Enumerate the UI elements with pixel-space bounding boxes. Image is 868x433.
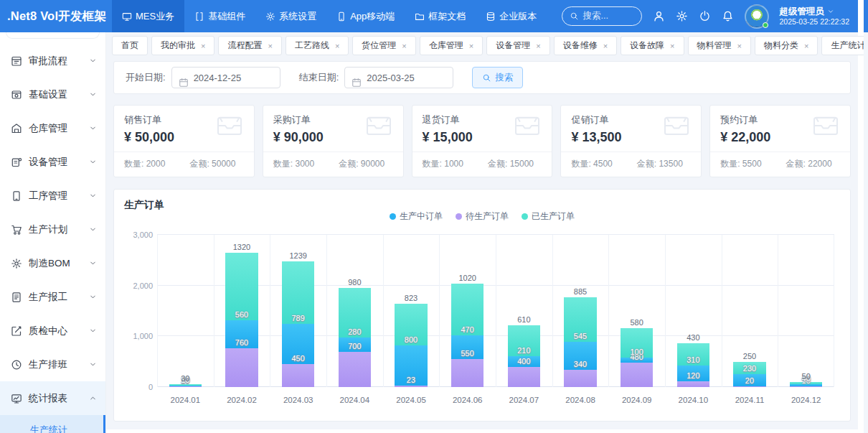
sidebar-item-label: 生产计划 bbox=[29, 223, 67, 236]
chevron-down-icon bbox=[89, 259, 97, 267]
top-menu-item[interactable]: 框架文档 bbox=[405, 0, 476, 32]
equipment-icon bbox=[11, 157, 29, 168]
x-axis-tick: 2024.11 bbox=[722, 396, 778, 404]
summary-card-qty: 数量: 5500 bbox=[720, 158, 761, 170]
bar-segment-待生产订单 bbox=[451, 359, 484, 387]
close-icon[interactable]: × bbox=[737, 42, 742, 50]
settings-gear-icon[interactable] bbox=[676, 10, 688, 22]
sidebar-item[interactable]: 工序管理 bbox=[0, 179, 105, 213]
sidebar-item[interactable]: 质检中心 bbox=[0, 314, 105, 348]
bar-group-2024.11: 20230250 bbox=[722, 235, 778, 387]
work-report-icon bbox=[11, 292, 29, 303]
tab-label: 设备管理 bbox=[496, 39, 530, 52]
chevron-down-icon bbox=[89, 90, 97, 98]
warehouse-icon bbox=[11, 123, 29, 134]
tab-生产统计[interactable]: 生产统计× bbox=[821, 36, 868, 55]
bom-gear-icon bbox=[11, 258, 29, 269]
summary-card-amt: 金额: 15000 bbox=[488, 158, 534, 170]
top-menu-item[interactable]: App移动端 bbox=[326, 0, 405, 32]
end-date-field[interactable] bbox=[344, 67, 453, 88]
sidebar-item[interactable]: 生产排班 bbox=[0, 348, 105, 381]
top-menu-item[interactable]: 系统设置 bbox=[255, 0, 326, 32]
close-icon[interactable]: × bbox=[536, 42, 540, 50]
bar-group-2024.10: 120310430 bbox=[665, 235, 722, 387]
sidebar-item-label: 生产报工 bbox=[29, 291, 67, 304]
start-date-field[interactable] bbox=[171, 67, 280, 88]
summary-card-amt: 金额: 50000 bbox=[189, 158, 235, 170]
close-icon[interactable]: × bbox=[469, 42, 473, 50]
top-menu: MES业务基础组件系统设置App移动端框架文档企业版本 bbox=[112, 0, 547, 32]
bar-segment-生产中订单 bbox=[339, 337, 372, 352]
sidebar-item[interactable]: 仓库管理 bbox=[0, 111, 105, 145]
tab-设备故障[interactable]: 设备故障× bbox=[621, 36, 684, 55]
tab-label: 仓库管理 bbox=[429, 39, 463, 52]
sidebar-item[interactable]: 生产计划 bbox=[0, 213, 105, 246]
tab-首页[interactable]: 首页 bbox=[112, 36, 148, 55]
process-tablet-icon bbox=[11, 190, 29, 202]
sidebar-item[interactable]: 设备管理 bbox=[0, 145, 105, 179]
bar-group-2024.12: 104050 bbox=[778, 235, 834, 387]
sidebar-item[interactable]: 统计报表 bbox=[0, 381, 105, 415]
sidebar-item-label: 基础设置 bbox=[29, 88, 67, 101]
start-date-input[interactable] bbox=[194, 73, 273, 83]
content-area: 首页我的审批×流程配置×工艺路线×货位管理×仓库管理×设备管理×设备维修×设备故… bbox=[106, 32, 858, 429]
bar-segment-已生产订单 bbox=[790, 382, 823, 385]
window-edge-top bbox=[864, 0, 868, 32]
sidebar-subitem[interactable]: 生产统计 bbox=[0, 415, 105, 433]
plan-cart-icon bbox=[11, 224, 29, 236]
summary-card-qty: 数量: 2000 bbox=[124, 158, 165, 170]
close-icon[interactable]: × bbox=[670, 42, 674, 50]
user-name: 超级管理员 bbox=[780, 6, 825, 17]
top-menu-item[interactable]: 企业版本 bbox=[476, 0, 547, 32]
tab-label: 货位管理 bbox=[362, 39, 396, 52]
user-icon[interactable] bbox=[653, 10, 665, 22]
top-menu-item-label: 企业版本 bbox=[499, 10, 537, 23]
bar-segment-已生产订单 bbox=[451, 284, 484, 335]
bar-segment-已生产订单 bbox=[282, 261, 315, 325]
global-search-input[interactable]: 搜索... bbox=[562, 6, 642, 26]
sidebar-item[interactable]: 制造BOM bbox=[0, 246, 105, 280]
tab-我的审批[interactable]: 我的审批× bbox=[151, 36, 214, 55]
x-axis-tick: 2024.03 bbox=[270, 396, 326, 404]
tab-工艺路线[interactable]: 工艺路线× bbox=[286, 36, 349, 55]
tab-货位管理[interactable]: 货位管理× bbox=[352, 36, 415, 55]
archive-box-icon bbox=[364, 113, 395, 140]
close-icon[interactable]: × bbox=[402, 42, 406, 50]
close-icon[interactable]: × bbox=[201, 42, 205, 50]
bar-segment-生产中订单 bbox=[677, 366, 710, 381]
close-icon[interactable]: × bbox=[335, 42, 339, 50]
power-icon[interactable] bbox=[699, 10, 711, 22]
summary-card-amt: 金额: 22000 bbox=[786, 158, 832, 170]
tab-物料管理[interactable]: 物料管理× bbox=[688, 36, 751, 55]
bar-segment-已生产订单 bbox=[225, 253, 258, 320]
monitor-icon bbox=[122, 11, 132, 22]
close-icon[interactable]: × bbox=[603, 42, 608, 50]
end-date-input[interactable] bbox=[367, 73, 445, 83]
sidebar-item[interactable]: 审批流程 bbox=[0, 44, 105, 78]
stacked-bar-chart: 2010307605601320450789123970028098023800… bbox=[124, 218, 840, 406]
tab-流程配置[interactable]: 流程配置× bbox=[218, 36, 281, 55]
close-icon[interactable]: × bbox=[804, 42, 808, 50]
sidebar-item[interactable]: 生产报工 bbox=[0, 280, 105, 314]
bar-segment-已生产订单 bbox=[339, 288, 372, 337]
tab-仓库管理[interactable]: 仓库管理× bbox=[420, 36, 483, 55]
sidebar-item[interactable]: 基础设置 bbox=[0, 78, 105, 111]
top-menu-item[interactable]: 基础组件 bbox=[184, 0, 255, 32]
top-menu-item[interactable]: MES业务 bbox=[112, 0, 184, 32]
close-icon[interactable]: × bbox=[268, 42, 272, 50]
bar-segment-已生产订单 bbox=[677, 343, 710, 365]
tab-物料分类[interactable]: 物料分类× bbox=[755, 36, 818, 55]
search-button[interactable]: 搜索 bbox=[472, 67, 523, 88]
chevron-down-icon bbox=[89, 124, 97, 132]
bell-icon[interactable] bbox=[722, 10, 734, 22]
bar-segment-待生产订单 bbox=[621, 363, 654, 387]
summary-card-footer: 数量: 5500金额: 22000 bbox=[720, 152, 840, 177]
user-menu[interactable]: 超级管理员 2025-03-25 22:22:32 bbox=[780, 6, 850, 27]
bar-segment-生产中订单 bbox=[395, 345, 428, 386]
tab-label: 设备故障 bbox=[630, 39, 664, 52]
bar-segment-已生产订单 bbox=[733, 362, 766, 375]
avatar[interactable] bbox=[745, 4, 769, 29]
tab-设备管理[interactable]: 设备管理× bbox=[486, 36, 549, 55]
tab-设备维修[interactable]: 设备维修× bbox=[554, 36, 617, 55]
bar-segment-待生产订单 bbox=[225, 348, 258, 387]
